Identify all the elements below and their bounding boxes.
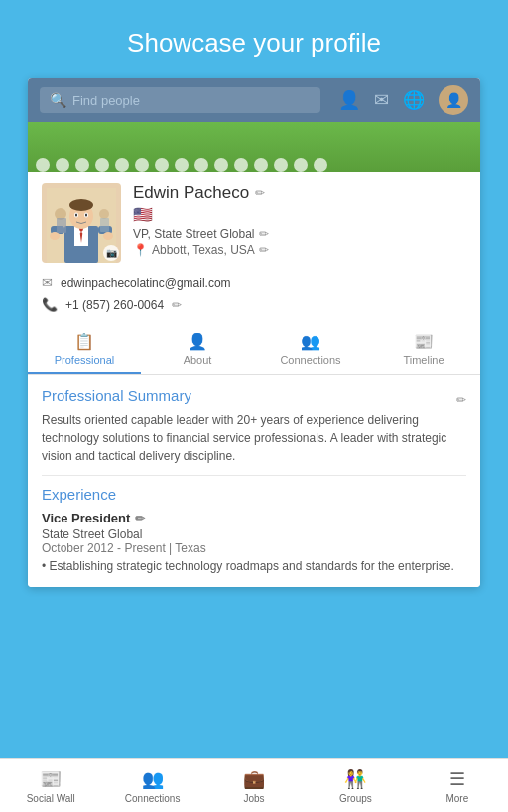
job-dates: October 2012 - Present | Texas	[42, 541, 466, 555]
profile-header: 📷 Edwin Pacheco ✏ 🇺🇸 VP, State Street Gl…	[28, 172, 480, 271]
location-pin-icon: 📍	[133, 243, 148, 257]
title-text: VP, State Street Global	[133, 227, 255, 241]
job-edit-icon[interactable]: ✏	[135, 512, 145, 525]
tab-professional[interactable]: 📋 Professional	[28, 324, 141, 374]
groups-icon: 👫	[344, 768, 366, 790]
email-row: ✉ edwinpachecolatinc@gmail.com	[28, 271, 480, 293]
about-tab-label: About	[184, 354, 212, 366]
svg-point-11	[85, 214, 87, 217]
svg-point-7	[69, 199, 93, 211]
banner-decoration	[28, 158, 480, 172]
bottom-nav: 📰 Social Wall 👥 Connections 💼 Jobs 👫 Gro…	[0, 758, 508, 812]
title-edit-icon[interactable]: ✏	[259, 227, 269, 241]
svg-point-10	[75, 214, 77, 217]
about-tab-icon: 👤	[188, 332, 207, 351]
more-icon: ☰	[449, 768, 465, 790]
experience-title: Experience	[42, 486, 466, 503]
profile-info: Edwin Pacheco ✏ 🇺🇸 VP, State Street Glob…	[133, 183, 466, 263]
summary-edit-icon[interactable]: ✏	[456, 393, 466, 406]
connections-tab-label: Connections	[280, 354, 340, 366]
hero-title: Showcase your profile	[0, 0, 508, 78]
profile-content: Professional Summary ✏ Results oriented …	[28, 375, 480, 587]
profile-name: Edwin Pacheco ✏	[133, 183, 466, 203]
name-text: Edwin Pacheco	[133, 183, 249, 203]
social-wall-icon: 📰	[40, 768, 62, 790]
location-text: Abbott, Texas, USA	[152, 243, 255, 257]
groups-label: Groups	[339, 793, 372, 804]
user-avatar-small[interactable]: 👤	[439, 85, 468, 115]
nav-social-wall[interactable]: 📰 Social Wall	[0, 759, 101, 812]
profile-title: VP, State Street Global ✏	[133, 227, 466, 241]
people-icon[interactable]: 👤	[338, 89, 360, 111]
globe-icon[interactable]: 🌐	[403, 89, 425, 111]
svg-rect-19	[100, 218, 109, 232]
name-edit-icon[interactable]: ✏	[255, 186, 265, 200]
nav-jobs[interactable]: 💼 Jobs	[203, 759, 305, 812]
profile-card: 🔍 👤 ✉ 🌐 👤	[28, 78, 480, 587]
timeline-tab-icon: 📰	[414, 332, 434, 351]
email-icon: ✉	[42, 275, 53, 290]
job-title-text: Vice President	[42, 511, 130, 525]
tab-about[interactable]: 👤 About	[141, 324, 254, 374]
profile-tabs: 📋 Professional 👤 About 👥 Connections 📰 T…	[28, 324, 480, 375]
svg-point-14	[50, 232, 60, 240]
professional-tab-icon: 📋	[74, 332, 94, 351]
section-divider	[42, 475, 466, 476]
nav-more[interactable]: ☰ More	[407, 759, 508, 812]
search-icons: 👤 ✉ 🌐 👤	[338, 85, 468, 115]
search-input[interactable]	[72, 93, 311, 108]
nav-connections[interactable]: 👥 Connections	[101, 759, 202, 812]
svg-rect-17	[57, 218, 66, 233]
timeline-tab-label: Timeline	[403, 354, 444, 366]
social-wall-label: Social Wall	[27, 793, 75, 804]
search-bar: 🔍 👤 ✉ 🌐 👤	[28, 78, 480, 122]
phone-icon: 📞	[42, 297, 58, 312]
hero-section: Showcase your profile	[0, 0, 508, 78]
email-text: edwinpachecolatinc@gmail.com	[61, 276, 231, 290]
location-edit-icon[interactable]: ✏	[259, 243, 269, 257]
tab-connections[interactable]: 👥 Connections	[254, 324, 367, 374]
tab-timeline[interactable]: 📰 Timeline	[367, 324, 480, 374]
profile-location: 📍 Abbott, Texas, USA ✏	[133, 243, 466, 257]
country-flag: 🇺🇸	[133, 205, 466, 224]
jobs-label: Jobs	[243, 793, 264, 804]
avatar-wrap: 📷	[42, 183, 121, 263]
company-name: State Street Global	[42, 527, 466, 541]
phone-text: +1 (857) 260-0064	[65, 298, 164, 312]
summary-section: Professional Summary ✏ Results oriented …	[42, 387, 466, 465]
connections-tab-icon: 👥	[301, 332, 320, 351]
connections-nav-icon: 👥	[142, 768, 164, 790]
phone-row: 📞 +1 (857) 260-0064 ✏	[28, 293, 480, 316]
search-input-wrap[interactable]: 🔍	[40, 87, 320, 113]
professional-tab-label: Professional	[55, 354, 115, 366]
phone-edit-icon[interactable]: ✏	[172, 298, 182, 312]
camera-icon[interactable]: 📷	[103, 245, 119, 261]
svg-point-15	[103, 232, 113, 240]
svg-point-18	[99, 209, 109, 219]
profile-banner	[28, 122, 480, 172]
experience-section: Experience Vice President ✏ State Street…	[42, 486, 466, 575]
more-label: More	[445, 793, 468, 804]
summary-text: Results oriented capable leader with 20+…	[42, 411, 466, 465]
message-icon[interactable]: ✉	[374, 89, 389, 111]
jobs-icon: 💼	[243, 768, 265, 790]
job-bullet: • Establishing strategic technology road…	[42, 558, 466, 575]
connections-nav-label: Connections	[125, 793, 181, 804]
job-title: Vice President ✏	[42, 511, 466, 525]
search-icon: 🔍	[50, 92, 66, 108]
nav-groups[interactable]: 👫 Groups	[305, 759, 406, 812]
summary-title: Professional Summary	[42, 387, 191, 404]
